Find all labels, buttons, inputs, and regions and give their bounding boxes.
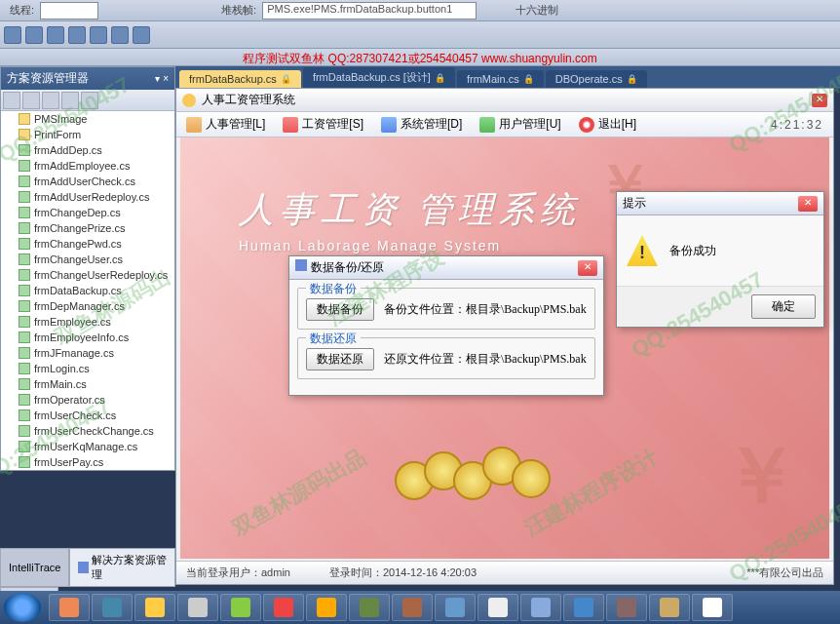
toolbar-icon[interactable]: [68, 26, 86, 44]
taskbar-item[interactable]: [306, 594, 347, 621]
backup-dialog-title: 数据备份/还原: [311, 260, 384, 274]
taskbar-item[interactable]: [349, 594, 390, 621]
menu-person[interactable]: 人事管理[L]: [186, 116, 265, 133]
file-tab[interactable]: frmMain.cs🔒: [457, 70, 544, 88]
close-icon[interactable]: ✕: [798, 196, 818, 212]
ide-toolbar-row1: 线程: 堆栈帧: PMS.exe!PMS.frmDataBackup.butto…: [0, 0, 840, 21]
sln-file-label: frmChangeUserRedeploy.cs: [34, 269, 168, 281]
taskbar-item[interactable]: [649, 594, 690, 621]
sln-file-label: frmAddUserRedeploy.cs: [34, 191, 149, 203]
file-tab[interactable]: frmDataBackup.cs [设计]🔒: [303, 67, 455, 88]
restore-path: 还原文件位置：根目录\Backup\PMS.bak: [384, 351, 587, 368]
sln-file-item[interactable]: frmUserCheck.cs: [1, 408, 174, 423]
sln-file-item[interactable]: frmOperator.cs: [1, 392, 174, 408]
sln-file-item[interactable]: frmChangePwd.cs: [1, 236, 174, 252]
sln-file-item[interactable]: frmAddUserRedeploy.cs: [1, 189, 174, 205]
sln-toolbar: [1, 90, 174, 111]
sln-pin-icon[interactable]: ▾ ×: [155, 73, 169, 84]
close-icon[interactable]: ✕: [812, 94, 827, 107]
sln-file-item[interactable]: frmEmployee.cs: [1, 314, 174, 330]
sln-file-item[interactable]: frmAddUserCheck.cs: [1, 174, 174, 189]
sln-file-item[interactable]: frmDataBackup.cs: [1, 283, 174, 298]
cs-file-icon: [19, 238, 30, 250]
stack-label: 堆栈帧:: [221, 3, 256, 18]
sln-file-item[interactable]: frmUserKqManage.cs: [1, 439, 174, 454]
menu-exit[interactable]: 退出[H]: [579, 116, 636, 133]
taskbar-item[interactable]: [520, 594, 561, 621]
cs-file-icon: [19, 160, 30, 172]
sln-file-item[interactable]: PrintForm: [1, 127, 174, 142]
cs-file-icon: [19, 441, 30, 452]
sln-title-text: 方案资源管理器: [7, 70, 89, 87]
sln-file-item[interactable]: frmJFmanage.cs: [1, 345, 174, 361]
sln-tool-icon[interactable]: [3, 92, 20, 109]
sln-file-item[interactable]: frmAddEmployee.cs: [1, 158, 174, 174]
toolbar-icon[interactable]: [111, 26, 129, 44]
taskbar-item[interactable]: [606, 594, 647, 621]
stack-value[interactable]: PMS.exe!PMS.frmDataBackup.button1: [262, 2, 477, 20]
taskbar-item[interactable]: [563, 594, 604, 621]
sln-file-label: frmChangeDep.cs: [34, 207, 121, 218]
sln-tool-icon[interactable]: [42, 92, 59, 109]
menu-user[interactable]: 用户管理[U]: [479, 116, 560, 133]
cs-file-icon: [19, 191, 30, 203]
restore-button[interactable]: 数据还原: [306, 348, 374, 370]
sln-explorer-tab[interactable]: 解决方案资源管理: [69, 548, 175, 587]
toolbar-icon[interactable]: [47, 26, 64, 44]
cs-file-icon: [19, 207, 30, 218]
sln-file-label: frmAddDep.cs: [34, 144, 102, 156]
sln-file-item[interactable]: PMSImage: [1, 111, 174, 127]
taskbar-item[interactable]: [477, 594, 518, 621]
menu-system[interactable]: 系统管理[D]: [381, 116, 462, 133]
alert-title: 提示: [623, 195, 646, 212]
menu-salary[interactable]: 工资管理[S]: [283, 116, 363, 133]
sln-file-item[interactable]: frmDepManager.cs: [1, 298, 174, 314]
toolbar-icon[interactable]: [90, 26, 107, 44]
taskbar-item[interactable]: [692, 594, 733, 621]
sln-tool-icon[interactable]: [61, 92, 79, 109]
sln-file-item[interactable]: frmLogin.cs: [1, 361, 174, 376]
file-tab[interactable]: DBOperate.cs🔒: [546, 70, 647, 88]
taskbar-item[interactable]: [435, 594, 476, 621]
sln-file-item[interactable]: frmChangeUser.cs: [1, 252, 174, 267]
sln-file-item[interactable]: frmEmployeeInfo.cs: [1, 330, 174, 345]
sln-title-bar: 方案资源管理器 ▾ ×: [1, 67, 174, 90]
cs-file-icon: [19, 285, 30, 296]
close-icon[interactable]: ✕: [578, 260, 597, 276]
cs-file-icon: [19, 269, 30, 281]
toolbar-icon[interactable]: [25, 26, 43, 44]
thread-input[interactable]: [40, 2, 98, 20]
sln-tool-icon[interactable]: [22, 92, 40, 109]
taskbar-item[interactable]: [263, 594, 304, 621]
start-button[interactable]: [4, 593, 41, 622]
folder-icon: [19, 129, 30, 140]
cs-file-icon: [19, 425, 30, 437]
app-icon: [182, 94, 196, 107]
yen-decoration: ￥: [722, 424, 800, 529]
sln-file-item[interactable]: frmChangePrize.cs: [1, 220, 174, 236]
taskbar-item[interactable]: [92, 594, 133, 621]
taskbar-item[interactable]: [220, 594, 261, 621]
toolbar-icon[interactable]: [4, 26, 21, 44]
sln-file-item[interactable]: frmAddDep.cs: [1, 142, 174, 158]
backup-group-title: 数据备份: [306, 281, 361, 297]
sln-file-item[interactable]: frmUserCheckChange.cs: [1, 423, 174, 439]
taskbar-item[interactable]: [177, 594, 218, 621]
sln-file-item[interactable]: frmChangeUserRedeploy.cs: [1, 267, 174, 283]
backup-button[interactable]: 数据备份: [306, 298, 374, 321]
taskbar-item[interactable]: [49, 594, 90, 621]
lock-icon: 🔒: [627, 74, 637, 84]
file-tab[interactable]: frmDataBackup.cs🔒: [179, 70, 301, 88]
toolbar-icon[interactable]: [133, 26, 150, 44]
sln-file-item[interactable]: frmUserPay.cs: [1, 454, 174, 470]
taskbar-item[interactable]: [392, 594, 433, 621]
intellitrace-tab[interactable]: IntelliTrace: [0, 548, 69, 587]
backup-dialog-titlebar[interactable]: 数据备份/还原 ✕: [289, 256, 603, 280]
sln-file-item[interactable]: frmChangeDep.cs: [1, 205, 174, 220]
person-icon: [186, 117, 202, 133]
taskbar-item[interactable]: [134, 594, 175, 621]
sln-file-item[interactable]: frmMain.cs: [1, 376, 174, 392]
ok-button[interactable]: 确定: [751, 294, 816, 319]
sln-tool-icon[interactable]: [81, 92, 98, 109]
alert-titlebar[interactable]: 提示 ✕: [617, 192, 823, 215]
